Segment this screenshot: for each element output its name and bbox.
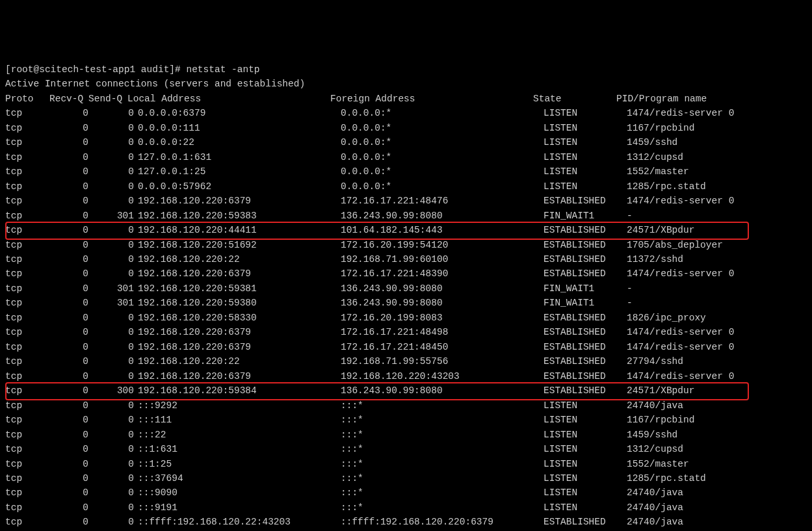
- cell-proto: tcp: [5, 369, 49, 383]
- cell-proto: tcp: [5, 266, 49, 281]
- cell-sendq: 0: [95, 369, 138, 383]
- cell-foreign: 0.0.0.0:*: [341, 150, 544, 164]
- cell-recvq: 0: [49, 413, 95, 427]
- cell-state: ESTABLISHED: [544, 340, 627, 354]
- cell-sendq: 0: [95, 471, 138, 486]
- cell-sendq: 0: [95, 106, 138, 120]
- cell-recvq: 0: [49, 325, 95, 339]
- cell-local: 192.168.120.220:59383: [138, 209, 341, 223]
- terminal[interactable]: [root@scitech-test-app1 audit]# netstat …: [5, 62, 807, 531]
- cell-proto: tcp: [5, 209, 49, 223]
- netstat-row: tcp00:::9090:::*LISTEN24740/java: [5, 486, 807, 500]
- cell-prog: 1474/redis-server 0: [627, 340, 734, 354]
- netstat-row-highlighted: tcp00192.168.120.220:44411101.64.182.145…: [5, 223, 807, 237]
- cell-recvq: 0: [49, 252, 95, 266]
- cell-proto: tcp: [5, 471, 49, 486]
- cell-proto: tcp: [5, 340, 49, 354]
- cell-local: 192.168.120.220:59384: [138, 383, 341, 398]
- cell-local: 127.0.0.1:25: [138, 164, 341, 179]
- col-recvq: Recv-Q: [49, 92, 88, 106]
- netstat-row: tcp00:::22:::*LISTEN1459/sshd: [5, 428, 807, 442]
- cell-sendq: 0: [95, 515, 138, 529]
- cell-sendq: 0: [95, 164, 138, 179]
- cell-proto: tcp: [5, 179, 49, 194]
- cell-local: 192.168.120.220:58330: [138, 311, 341, 325]
- cell-proto: tcp: [5, 311, 49, 325]
- cell-foreign: 192.168.120.220:43203: [341, 369, 544, 383]
- cell-prog: 1474/redis-server 0: [627, 194, 734, 208]
- cell-prog: 24740/java: [627, 500, 683, 515]
- cell-state: ESTABLISHED: [544, 325, 627, 339]
- cell-foreign: 172.16.17.221:48498: [341, 325, 544, 339]
- cell-local: 192.168.120.220:6379: [138, 266, 341, 281]
- netstat-row: tcp00:::9191:::*LISTEN24740/java: [5, 500, 807, 515]
- shell-prompt: [root@scitech-test-app1 audit]#: [5, 64, 186, 75]
- cell-foreign: :::*: [341, 500, 544, 515]
- connections-subtitle: Active Internet connections (servers and…: [5, 77, 807, 91]
- cell-proto: tcp: [5, 383, 49, 398]
- netstat-row: tcp00:::37694:::*LISTEN1285/rpc.statd: [5, 471, 807, 486]
- cell-recvq: 0: [49, 340, 95, 354]
- cell-local: :::9191: [138, 500, 341, 515]
- cell-proto: tcp: [5, 354, 49, 369]
- cell-prog: 1474/redis-server 0: [627, 369, 734, 383]
- cell-state: ESTABLISHED: [544, 354, 627, 369]
- cell-sendq: 0: [95, 238, 138, 252]
- cell-proto: tcp: [5, 150, 49, 164]
- cell-prog: 24740/java: [627, 398, 683, 413]
- cell-prog: -: [627, 209, 633, 223]
- cell-proto: tcp: [5, 413, 49, 427]
- cell-local: 192.168.120.220:51692: [138, 238, 341, 252]
- cell-recvq: 0: [49, 383, 95, 398]
- cell-recvq: 0: [49, 209, 95, 223]
- cell-state: ESTABLISHED: [544, 515, 627, 529]
- cell-foreign: 172.16.20.199:8083: [341, 311, 544, 325]
- netstat-row: tcp00::1:25:::*LISTEN1552/master: [5, 457, 807, 471]
- netstat-row: tcp00:::9292:::*LISTEN24740/java: [5, 398, 807, 413]
- cell-state: ESTABLISHED: [544, 194, 627, 208]
- cell-local: 192.168.120.220:22: [138, 354, 341, 369]
- netstat-row: tcp000.0.0.0:579620.0.0.0:*LISTEN1285/rp…: [5, 179, 807, 194]
- netstat-row: tcp00192.168.120.220:22192.168.71.99:601…: [5, 252, 807, 266]
- cell-proto: tcp: [5, 325, 49, 339]
- cell-local: :::9090: [138, 486, 341, 500]
- cell-prog: 24571/XBpdur: [627, 223, 694, 237]
- cell-recvq: 0: [49, 150, 95, 164]
- cell-foreign: 192.168.71.99:60100: [341, 252, 544, 266]
- cell-proto: tcp: [5, 398, 49, 413]
- cell-recvq: 0: [49, 486, 95, 500]
- cell-local: 0.0.0.0:57962: [138, 179, 341, 194]
- netstat-row-highlighted: tcp0300192.168.120.220:59384136.243.90.9…: [5, 383, 807, 398]
- cell-prog: 27794/sshd: [627, 354, 683, 369]
- cell-state: FIN_WAIT1: [544, 209, 627, 223]
- cell-sendq: 0: [95, 442, 138, 456]
- cell-proto: tcp: [5, 296, 49, 310]
- cell-recvq: 0: [49, 398, 95, 413]
- cell-prog: 1167/rpcbind: [627, 121, 694, 135]
- cell-prog: 1459/sshd: [627, 428, 677, 442]
- col-state: State: [533, 92, 616, 106]
- cell-recvq: 0: [49, 296, 95, 310]
- cell-state: LISTEN: [544, 486, 627, 500]
- cell-proto: tcp: [5, 500, 49, 515]
- cell-recvq: 0: [49, 164, 95, 179]
- cell-prog: 1826/ipc_proxy: [627, 311, 706, 325]
- netstat-row: tcp000.0.0.0:1110.0.0.0:*LISTEN1167/rpcb…: [5, 121, 807, 135]
- cell-state: ESTABLISHED: [544, 252, 627, 266]
- cell-state: ESTABLISHED: [544, 311, 627, 325]
- cell-sendq: 0: [95, 223, 138, 237]
- cell-proto: tcp: [5, 194, 49, 208]
- cell-foreign: :::*: [341, 398, 544, 413]
- cell-proto: tcp: [5, 442, 49, 456]
- cell-sendq: 0: [95, 121, 138, 135]
- cell-sendq: 0: [95, 500, 138, 515]
- cell-recvq: 0: [49, 266, 95, 281]
- netstat-row: tcp00192.168.120.220:6379172.16.17.221:4…: [5, 325, 807, 339]
- cell-recvq: 0: [49, 369, 95, 383]
- command-text: netstat -antp: [186, 64, 259, 75]
- cell-sendq: 0: [95, 398, 138, 413]
- cell-prog: 1312/cupsd: [627, 150, 683, 164]
- cell-local: :::37694: [138, 471, 341, 486]
- cell-recvq: 0: [49, 457, 95, 471]
- cell-recvq: 0: [49, 442, 95, 456]
